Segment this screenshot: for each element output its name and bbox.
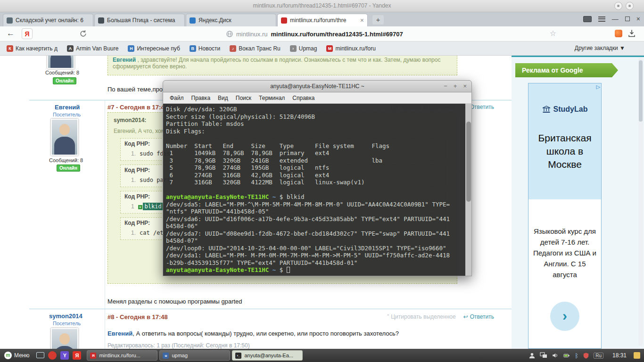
terminal-body[interactable]: Disk /dev/sda: 320GBSector size (logical… <box>163 104 472 276</box>
reload-icon[interactable] <box>79 30 87 38</box>
terminal-menu-item[interactable]: Правка <box>188 95 215 101</box>
bookmark-label: Как начертить д <box>16 45 58 52</box>
terminal-line: b458d-06" <box>166 222 469 230</box>
tab[interactable]: Складской учет онлайн: 6 <box>3 14 93 26</box>
post-author-link[interactable]: symon2014 <box>49 313 83 320</box>
tray-corner-icon[interactable] <box>634 352 640 359</box>
online-badge: Онлайн <box>57 165 80 172</box>
terminal-minimize-button[interactable]: − <box>444 82 447 90</box>
yandex-logo-button[interactable]: Я <box>22 28 33 39</box>
network-icon[interactable] <box>540 352 547 359</box>
terminal-titlebar[interactable]: anyuta@anyuta-EasyNote-TE11HC ~ − + × <box>163 80 472 92</box>
titlebar-badge-icon[interactable] <box>626 2 634 10</box>
avatar[interactable] <box>51 119 78 156</box>
tab-close-icon[interactable]: × <box>358 16 364 24</box>
bookmark-label: Интересные пуб <box>137 45 180 52</box>
avatar[interactable] <box>47 56 74 69</box>
terminal-line: anyuta@anyuta-EasyNote-TE11HC ~ $ <box>166 266 469 274</box>
terminal-close-button[interactable]: × <box>463 82 467 90</box>
terminal-line: 3 78,9GB 320GB 241GB extended lba <box>166 157 469 165</box>
show-desktop-icon[interactable] <box>36 352 44 358</box>
terminal-menu-item[interactable]: Справка <box>289 95 318 101</box>
download-icon[interactable] <box>628 29 636 39</box>
avatar[interactable] <box>51 328 78 349</box>
terminal-window[interactable]: anyuta@anyuta-EasyNote-TE11HC ~ − + × Фа… <box>163 80 472 276</box>
extension-icon[interactable] <box>615 30 622 37</box>
desktop: mintlinux.ru/forum/thread12435-1.html#69… <box>0 0 644 362</box>
bookmark-item[interactable]: НИнтересные пуб <box>128 45 180 52</box>
mint-menu-button[interactable]: m Меню <box>0 349 33 362</box>
code-line-number: 1. <box>131 230 136 236</box>
url-domain: mintlinux.ru <box>236 31 267 38</box>
titlebar-badge-icon[interactable] <box>614 2 622 10</box>
reply-link[interactable]: ↩Ответить <box>463 313 494 320</box>
bookmark-favicon-icon: ♪ <box>230 45 236 52</box>
terminal-line: /dev/sda5: LABEL="M-PM-^\M-PM-5M-PM-4M-P… <box>166 201 469 208</box>
url-field[interactable]: mintlinux.ru mintlinux.ru/forum/thread12… <box>226 28 403 40</box>
terminal-line: "ntfs" PARTUUID="441b458d-05" <box>166 208 469 215</box>
post-author-role: Посетитель <box>53 321 81 326</box>
adchoices-icon[interactable]: ▷ <box>596 84 600 90</box>
terminal-menu-item[interactable]: Файл <box>166 95 188 101</box>
page-scrollbar[interactable] <box>638 58 643 346</box>
bookmark-item[interactable]: ВНовости <box>190 45 220 52</box>
bluetooth-icon[interactable]: ᛒ <box>575 352 578 359</box>
terminal-menu-item[interactable]: Поиск <box>232 95 255 101</box>
terminal-menu-item[interactable]: Вид <box>214 95 232 101</box>
terminal-line: /dev/loop0: UUID="2014-10-25-04-00-00-00… <box>166 245 469 252</box>
column-divider <box>105 100 105 349</box>
google-ad[interactable]: ▷ StudyLab Британская школа в Москве <box>528 83 602 349</box>
mention-author[interactable]: Евгений <box>107 330 132 337</box>
tab-bar: Складской учет онлайн: 6Большая Птица - … <box>0 12 644 26</box>
page-scrollbar-thumb[interactable] <box>639 60 643 122</box>
minimize-button[interactable]: — <box>612 14 619 24</box>
yandex-browser-icon[interactable]: Я <box>73 351 81 360</box>
taskbar-window-button[interactable]: Яmintlinux.ru/foru... <box>87 350 157 361</box>
ad-body-text: Языковой курс для детей 7-16 лет. Педаго… <box>528 226 601 280</box>
post-text: , здравствуйте! Для начала пройдитесь по… <box>113 57 440 70</box>
terminal-line <box>166 186 469 194</box>
window-controls: — × <box>583 14 640 24</box>
user-icon[interactable] <box>528 352 536 359</box>
other-bookmarks-button[interactable]: Другие закладки ▼ <box>575 45 625 51</box>
launcher-red-icon[interactable] <box>48 351 57 360</box>
post-author-link[interactable]: Евгений <box>55 104 80 111</box>
quote-icon: ” <box>387 313 389 320</box>
maximize-button[interactable] <box>625 16 630 21</box>
bookmark-item[interactable]: ККак начертить д <box>7 45 58 52</box>
bookmark-item[interactable]: ›Upmag <box>290 45 317 52</box>
tab[interactable]: Яндекс.Диск <box>186 14 276 26</box>
tab[interactable]: Большая Птица - система <box>94 14 185 26</box>
taskbar-clock[interactable]: 18:31 <box>612 352 627 359</box>
close-button[interactable]: × <box>636 14 640 24</box>
tab[interactable]: mintlinux.ru/forum/thre× <box>277 14 368 26</box>
taskbar-window-button[interactable]: ›_anyuta@anyuta-Ea... <box>232 350 303 361</box>
battery-icon[interactable] <box>563 352 570 359</box>
code-line-number: 1 <box>131 203 134 210</box>
bookmark-item[interactable]: AArmin Van Buure <box>67 45 119 52</box>
back-button[interactable]: ← <box>7 29 15 38</box>
volume-icon[interactable] <box>552 352 559 359</box>
terminal-scrollbar-thumb[interactable] <box>466 122 471 202</box>
launcher-y-icon[interactable]: Y <box>60 351 69 360</box>
terminal-scrollbar[interactable] <box>465 104 471 276</box>
code-text: blkid <box>143 203 164 210</box>
terminal-menu-item[interactable]: Терминал <box>255 95 289 101</box>
bookmark-star-icon[interactable]: ☆ <box>550 29 556 38</box>
browser-panel-icon[interactable] <box>583 16 592 22</box>
browser-menu-icon[interactable] <box>598 16 605 22</box>
update-shield-icon[interactable] <box>583 352 589 359</box>
bookmark-item[interactable]: ♪Вокал Транс Ru <box>230 45 281 52</box>
bookmark-favicon-icon: В <box>190 45 196 52</box>
mention-author[interactable]: Евгений <box>114 128 135 134</box>
quote-selected-link[interactable]: ”Цитировать выделенное <box>387 313 455 320</box>
bookmark-label: Upmag <box>299 45 317 52</box>
bookmark-favicon-icon: A <box>67 45 74 52</box>
terminal-maximize-button[interactable]: + <box>454 82 457 90</box>
mention-author[interactable]: Евгений <box>113 57 136 63</box>
keyboard-layout-icon[interactable]: Ru <box>594 353 603 359</box>
new-tab-button[interactable]: + <box>372 15 384 25</box>
bookmark-item[interactable]: Мmintlinux.ru/foru <box>326 45 375 52</box>
taskbar-window-button[interactable]: uupmag <box>159 350 230 361</box>
ad-arrow-button[interactable]: › <box>550 302 579 331</box>
